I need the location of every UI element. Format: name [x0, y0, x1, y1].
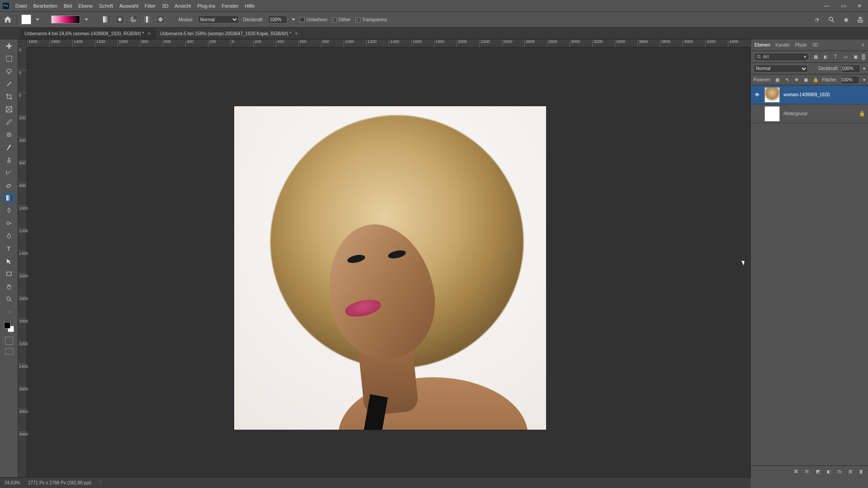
eraser-tool[interactable]	[4, 180, 14, 190]
gradient-tool[interactable]	[4, 193, 14, 203]
layer-thumbnail[interactable]	[764, 87, 780, 103]
filter-type-icon[interactable]: T	[832, 53, 839, 61]
cloud-icon[interactable]: ◔	[813, 15, 821, 23]
gradient-angle-button[interactable]	[129, 15, 138, 24]
tool-preset-swatch[interactable]	[21, 14, 31, 24]
menu-3d[interactable]: 3D	[162, 3, 168, 9]
mask-icon[interactable]: ◩	[815, 469, 821, 475]
gradient-preview[interactable]	[51, 15, 80, 23]
lock-artboard-icon[interactable]: ▣	[803, 77, 809, 83]
screen-mode-toggle[interactable]	[5, 348, 13, 355]
brush-tool[interactable]	[4, 142, 14, 152]
search-icon[interactable]	[827, 15, 835, 23]
lasso-tool[interactable]	[4, 66, 14, 76]
clone-stamp-tool[interactable]	[4, 155, 14, 165]
document-info[interactable]: 2771 Px x 2768 Px (182,88 ppi)	[28, 480, 91, 485]
filter-adjust-icon[interactable]: ◐	[822, 53, 829, 61]
zoom-tool[interactable]	[4, 294, 14, 304]
history-brush-tool[interactable]	[4, 168, 14, 178]
menu-ebene[interactable]: Ebene	[78, 3, 93, 9]
layer-fill-input[interactable]	[840, 76, 859, 84]
healing-brush-tool[interactable]	[4, 130, 14, 140]
layer-thumbnail[interactable]	[764, 106, 780, 122]
foreground-background-swatch[interactable]	[4, 322, 14, 332]
dither-checkbox[interactable]: ✓	[332, 17, 337, 22]
rectangle-tool[interactable]	[4, 269, 14, 279]
lock-transparency-icon[interactable]: ▦	[774, 77, 780, 83]
more-tools[interactable]: ⋯	[4, 307, 14, 317]
menu-schrift[interactable]: Schrift	[99, 3, 113, 9]
lock-icon[interactable]: 🔒	[859, 111, 865, 117]
ruler-origin[interactable]	[18, 39, 27, 47]
share-icon[interactable]	[856, 15, 864, 23]
blur-tool[interactable]	[4, 206, 14, 216]
group-icon[interactable]: 🗀	[836, 469, 843, 475]
tab-ebenen[interactable]: Ebenen	[755, 42, 770, 47]
lock-all-icon[interactable]: 🔒	[812, 77, 818, 83]
move-tool[interactable]	[4, 41, 14, 51]
hand-tool[interactable]	[4, 282, 14, 291]
opacity-input[interactable]	[268, 15, 287, 23]
type-tool[interactable]: T	[4, 244, 14, 253]
close-icon[interactable]: ×	[148, 31, 151, 36]
layer-name[interactable]: Hintergrund	[783, 111, 807, 116]
layer-row[interactable]: Hintergrund 🔒	[751, 104, 868, 123]
menu-bearbeiten[interactable]: Bearbeiten	[33, 3, 57, 9]
document-tab[interactable]: Unbenannt-4 bei 24,6% (woman-1439909_192…	[20, 28, 156, 39]
chevron-down-icon[interactable]: ▾	[863, 77, 865, 82]
layer-row[interactable]: 👁 woman-1439909_1920	[751, 85, 868, 104]
gradient-reflected-button[interactable]	[142, 15, 151, 24]
frame-tool[interactable]	[4, 104, 14, 114]
layer-blend-select[interactable]: Normal	[754, 65, 808, 73]
close-button[interactable]: ✕	[854, 3, 865, 9]
eyedropper-tool[interactable]	[4, 117, 14, 127]
menu-filter[interactable]: Filter	[145, 3, 156, 9]
tab-kanaele[interactable]: Kanäle	[775, 42, 789, 47]
tab-pfade[interactable]: Pfade	[795, 42, 807, 47]
minimize-button[interactable]: ―	[821, 3, 833, 9]
crop-tool[interactable]	[4, 92, 14, 102]
umkehren-checkbox[interactable]	[300, 17, 305, 22]
pen-tool[interactable]	[4, 231, 14, 241]
menu-hilfe[interactable]: Hilfe	[245, 3, 255, 9]
filter-shape-icon[interactable]: ▭	[842, 53, 849, 61]
fx-icon[interactable]: fx	[804, 469, 810, 475]
gradient-radial-button[interactable]	[115, 15, 124, 24]
chevron-down-icon[interactable]	[36, 19, 39, 21]
adjustment-icon[interactable]: ◐	[826, 469, 832, 475]
close-icon[interactable]: ×	[295, 31, 297, 36]
path-selection-tool[interactable]	[4, 256, 14, 266]
transparenz-checkbox[interactable]: ✓	[355, 17, 360, 22]
chevron-right-icon[interactable]: 〉	[99, 480, 104, 486]
marquee-tool[interactable]	[4, 54, 14, 64]
lock-position-icon[interactable]: ✥	[793, 77, 799, 83]
menu-ansicht[interactable]: Ansicht	[175, 3, 191, 9]
canvas-viewport[interactable]	[27, 47, 750, 477]
menu-fenster[interactable]: Fenster	[222, 3, 238, 9]
document-tab[interactable]: Unbenannt-5 bei 158% (woman-2003647_1920…	[156, 28, 303, 39]
dodge-tool[interactable]	[4, 218, 14, 228]
gradient-linear-button[interactable]	[102, 15, 111, 24]
zoom-level[interactable]: 24,63%	[5, 480, 20, 485]
tab-3d[interactable]: 3D	[812, 42, 818, 47]
lock-pixels-icon[interactable]: ✎	[784, 77, 790, 83]
layer-filter-input[interactable]: Art▾	[754, 53, 809, 61]
chevron-down-icon[interactable]: ▾	[863, 66, 865, 71]
menu-datei[interactable]: Datei	[15, 3, 27, 9]
maximize-button[interactable]: ▭	[837, 3, 849, 9]
delete-icon[interactable]: 🗑	[858, 469, 864, 475]
panel-menu-icon[interactable]: ≡	[862, 42, 864, 47]
menu-plugins[interactable]: Plug-ins	[197, 3, 215, 9]
ruler-horizontal[interactable]: 1800160014001200100080060040020002004006…	[27, 39, 750, 47]
layer-name[interactable]: woman-1439909_1920	[783, 92, 830, 97]
menu-bild[interactable]: Bild	[64, 3, 72, 9]
magic-wand-tool[interactable]	[4, 79, 14, 89]
layer-opacity-input[interactable]	[841, 65, 860, 73]
gradient-diamond-button[interactable]	[156, 15, 165, 24]
filter-toggle[interactable]	[862, 54, 865, 60]
visibility-icon[interactable]: 👁	[754, 92, 761, 98]
link-layers-icon[interactable]: ⌘	[793, 469, 799, 475]
arrange-icon[interactable]: ▣	[842, 15, 850, 23]
filter-smart-icon[interactable]: ▣	[852, 53, 859, 61]
new-layer-icon[interactable]: ⊞	[847, 469, 854, 475]
